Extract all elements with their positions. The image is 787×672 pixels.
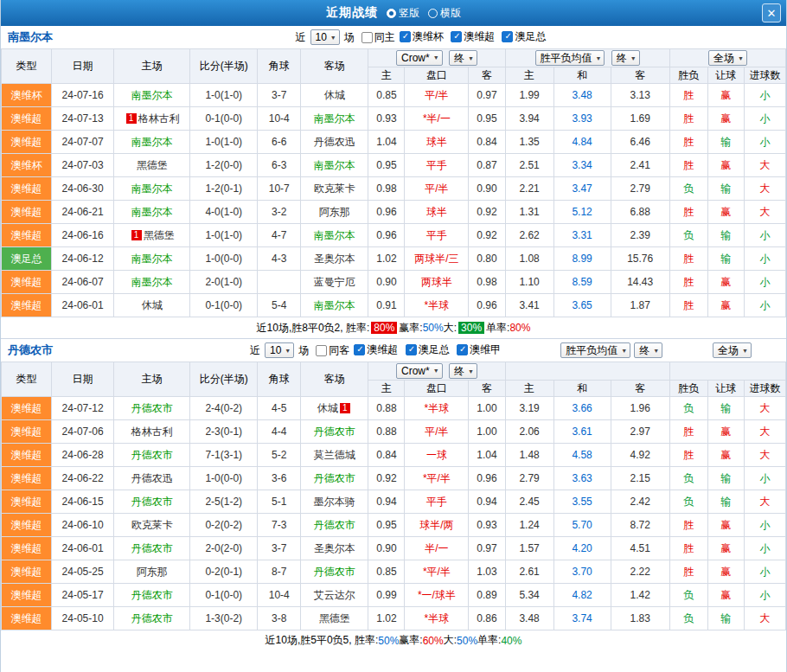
home-team: 南墨尔本	[114, 201, 190, 224]
odds-home: 0.92	[368, 467, 405, 490]
corners: 4-7	[258, 224, 301, 247]
same-home-checkbox[interactable]	[362, 32, 373, 43]
same-away-filter[interactable]: 同客	[316, 343, 349, 358]
dialog-title: 近期战绩	[326, 5, 378, 21]
avg-draw: 5.12	[553, 201, 611, 224]
league-filter[interactable]: 澳维超	[451, 29, 495, 44]
odds-time-select[interactable]: 终▼	[449, 363, 477, 379]
result-goals: 小	[744, 247, 785, 271]
avg-time-select[interactable]: 终▼	[611, 50, 640, 66]
avg-home: 3.94	[505, 107, 553, 131]
league-checkbox[interactable]	[354, 344, 365, 355]
summary-row: 近10场,胜5平0负5, 胜率:50% 赢率:60% 大:50% 单率:40%	[1, 630, 786, 650]
layout-radio-horizontal[interactable]	[428, 9, 438, 18]
layout-radio-horizontal-label[interactable]: 横版	[440, 6, 461, 21]
handicap-line: *半/一	[405, 107, 469, 131]
fulltime-scope-select[interactable]: 全场▼	[708, 50, 747, 66]
league-checkbox[interactable]	[457, 344, 468, 355]
league-badge: 澳维超	[2, 607, 52, 630]
away-team: 丹德农市	[301, 467, 368, 490]
avg-home: 2.51	[505, 154, 553, 177]
col-avg-home: 主	[505, 381, 553, 397]
avg-odds-select[interactable]: 胜平负均值▼	[535, 50, 605, 66]
avg-odds-value: 胜平负均值	[541, 51, 592, 66]
home-team-name: 丹德农市	[131, 589, 173, 601]
home-team: 南墨尔本	[114, 84, 190, 107]
odds-away: 0.93	[469, 514, 505, 537]
avg-home: 1.24	[505, 514, 553, 537]
avg-away: 1.42	[611, 584, 669, 607]
result-wdl: 胜	[669, 271, 707, 294]
col-wdl: 胜负	[669, 67, 707, 84]
odds-away: 0.86	[469, 607, 505, 630]
away-team-name: 莫兰德城	[314, 449, 355, 461]
odds-time-select[interactable]: 终▼	[449, 50, 477, 66]
same-home-filter[interactable]: 同主	[362, 30, 395, 45]
avg-away: 1.96	[611, 397, 669, 420]
result-wdl: 胜	[669, 514, 707, 537]
odds-away: 0.98	[469, 271, 505, 294]
recent-results-dialog: 近期战绩 竖版 横版 ✕ 南墨尔本 近 10▼ 场 同主 澳维杯 澳维超	[0, 0, 787, 672]
handicap-line: *一/球半	[405, 584, 469, 607]
score: 2-0(1-0)	[190, 271, 258, 294]
col-score: 比分(半场)	[190, 362, 258, 397]
odds-home: 0.94	[368, 490, 405, 514]
near-label: 近	[250, 343, 260, 358]
near-count-select[interactable]: 10▼	[265, 342, 294, 358]
games-label: 场	[344, 30, 355, 45]
result-handicap: 赢	[707, 271, 744, 294]
same-away-checkbox[interactable]	[316, 345, 327, 356]
avg-away: 2.79	[611, 177, 669, 201]
odds-provider-select[interactable]: Crow*▼	[396, 50, 443, 66]
corners: 10-4	[258, 584, 301, 607]
league-filter[interactable]: 澳维甲	[457, 342, 501, 357]
col-score: 比分(半场)	[190, 49, 258, 84]
odds-away: 0.87	[469, 154, 505, 177]
result-goals: 大	[744, 177, 785, 201]
odds-provider-select[interactable]: Crow*▼	[396, 363, 443, 379]
col-handicap: 盘口	[405, 381, 469, 397]
handicap-line: 平手	[405, 224, 469, 247]
league-filter[interactable]: 澳足总	[502, 29, 546, 44]
result-wdl: 胜	[669, 444, 707, 467]
odds-home: 0.84	[368, 444, 405, 467]
layout-radio-vertical-label[interactable]: 竖版	[399, 6, 419, 21]
away-team: 南墨尔本	[301, 294, 368, 317]
league-filter-group: 澳维超 澳足总 澳维甲	[349, 342, 501, 358]
chevron-down-icon: ▼	[468, 368, 474, 374]
league-checkbox[interactable]	[406, 344, 417, 355]
handicap-line: 球半	[405, 131, 469, 154]
team-title: 南墨尔本	[1, 29, 53, 45]
league-filter[interactable]: 澳足总	[406, 342, 450, 357]
match-row: 澳维超 24-07-13 1格林古利 0-1(0-0) 10-4 南墨尔本 0.…	[2, 107, 786, 131]
result-wdl: 胜	[669, 294, 707, 317]
layout-radio-vertical[interactable]	[387, 9, 396, 18]
col-avg-home: 主	[505, 67, 553, 84]
near-label: 近	[296, 30, 306, 45]
section-head: 南墨尔本 近 10▼ 场 同主 澳维杯 澳维超 澳足总	[1, 26, 786, 48]
match-date: 24-06-01	[52, 537, 114, 560]
score: 0-1(0-0)	[190, 107, 258, 131]
filter-bar: 近 10▼ 场 同客 澳维超 澳足总 澳维甲	[247, 342, 501, 358]
close-button[interactable]: ✕	[762, 3, 781, 22]
col-away: 客场	[301, 362, 368, 397]
avg-time-select[interactable]: 终▼	[634, 342, 662, 358]
avg-odds-select[interactable]: 胜平负均值▼	[560, 342, 630, 358]
league-filter[interactable]: 澳维杯	[400, 29, 444, 44]
home-team-name: 南墨尔本	[131, 136, 173, 148]
score: 1-0(1-0)	[190, 224, 258, 247]
avg-away: 2.41	[611, 154, 669, 177]
league-badge: 澳维超	[2, 271, 52, 294]
fulltime-scope-select[interactable]: 全场▼	[713, 342, 752, 358]
league-checkbox[interactable]	[451, 31, 462, 42]
avg-home: 1.57	[505, 537, 553, 560]
league-checkbox[interactable]	[502, 31, 513, 42]
away-team-name: 圣奥尔本	[314, 253, 355, 265]
away-team: 休城	[301, 84, 368, 107]
league-filter[interactable]: 澳维超	[354, 342, 398, 357]
match-row: 澳维超 24-06-28 丹德农市 7-1(3-1) 5-2 莫兰德城 0.84…	[2, 444, 786, 467]
league-checkbox[interactable]	[400, 31, 411, 42]
near-count-select[interactable]: 10▼	[310, 29, 340, 45]
odds-home: 1.04	[368, 131, 405, 154]
col-goals-result: 进球数	[744, 67, 785, 84]
